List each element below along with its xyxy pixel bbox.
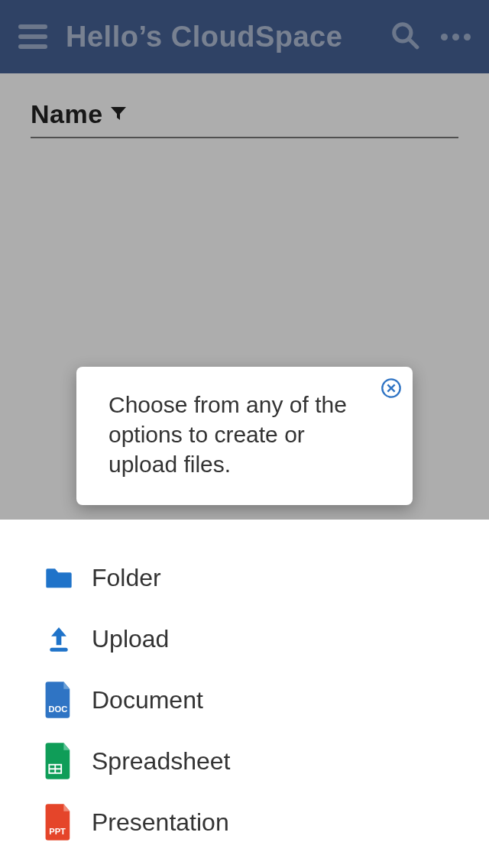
- option-upload[interactable]: Upload: [43, 608, 489, 669]
- spreadsheet-icon: [43, 745, 75, 777]
- option-folder[interactable]: Folder: [43, 547, 489, 608]
- presentation-icon: PPT: [43, 806, 75, 838]
- upload-icon: [43, 623, 75, 655]
- option-label: Folder: [92, 564, 161, 592]
- svg-text:PPT: PPT: [49, 827, 66, 836]
- option-presentation[interactable]: PPT Presentation: [43, 792, 489, 853]
- option-label: Upload: [92, 625, 169, 653]
- close-icon[interactable]: [381, 377, 402, 399]
- option-label: Document: [92, 686, 203, 714]
- coach-mark: Choose from any of the options to create…: [76, 367, 413, 505]
- coach-text: Choose from any of the options to create…: [108, 390, 370, 479]
- option-label: Spreadsheet: [92, 747, 230, 776]
- svg-text:DOC: DOC: [49, 704, 68, 714]
- create-sheet: Folder Upload DOC Document: [0, 520, 489, 868]
- svg-rect-5: [50, 648, 67, 652]
- folder-icon: [43, 562, 75, 594]
- option-document[interactable]: DOC Document: [43, 669, 489, 730]
- document-icon: DOC: [43, 684, 75, 716]
- option-spreadsheet[interactable]: Spreadsheet: [43, 730, 489, 792]
- option-label: Presentation: [92, 808, 229, 837]
